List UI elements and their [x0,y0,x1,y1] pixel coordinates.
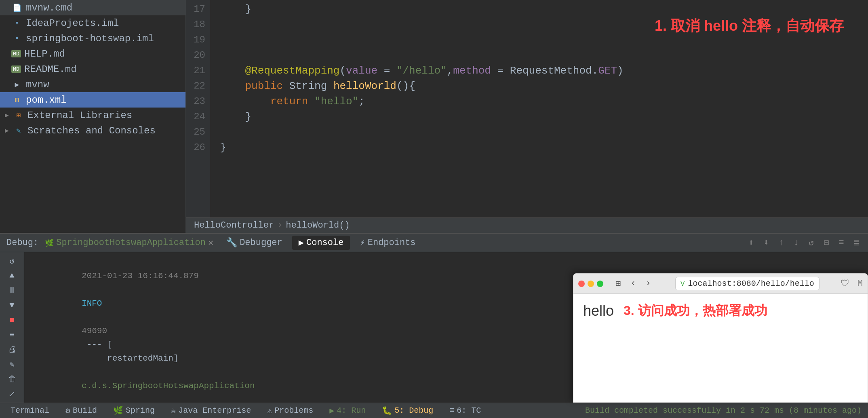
url-favicon: V [680,280,685,288]
code-editor[interactable]: } @RequestMapping(value = "/hello",metho… [210,0,868,217]
status-tab-problems[interactable]: ⚠ Problems [263,405,317,416]
sidebar-item-pom-xml[interactable]: m pom.xml [0,92,185,108]
status-tab-tc[interactable]: ≡ 6: TC [445,405,485,416]
sidebar-label-springboot-iml: springboot-hotswap.iml [26,33,154,44]
sidebar-item-help-md[interactable]: MD HELP.md [0,46,185,61]
iml-icon: ▪ [11,17,23,29]
debug-app-name: 🌿 SpringbootHotswapApplication ✕ [45,237,213,248]
debug-toolbar: ⬆ ⬇ ↑ ↓ ↺ ⊟ ≡ ≣ [746,236,862,249]
line-numbers: 17 18 19 20 21 22 23 24 25 26 [186,0,210,217]
tab-endpoints[interactable]: ⚡ Endpoints [353,236,422,250]
delete-btn[interactable]: 🗑 [4,374,20,385]
code-line-20 [220,48,868,63]
toolbar-icon-1[interactable]: ⬆ [746,236,756,249]
sidebar-label-scratches: Scratches and Consoles [27,125,156,136]
breadcrumb-controller: HelloController [194,220,274,230]
sidebar-item-mvnw[interactable]: ▶ mvnw [0,77,185,92]
browser-toolbar: ⊞ ‹ › V localhost:8080/hello/hello 🛡 M [573,274,868,294]
toolbar-icon-6[interactable]: ⊟ [821,236,831,249]
sidebar-label-external-libraries: External Libraries [27,110,132,121]
breadcrumb-sep: › [277,220,282,230]
code-line-23: return "hello"; [220,94,868,109]
sidebar-item-scratches[interactable]: ▶ ✎ Scratches and Consoles [0,123,185,138]
down-btn[interactable]: ▼ [4,300,20,311]
sidebar-item-idea-iml[interactable]: ▪ IdeaProjects.iml [0,15,185,31]
sidebar: 📄 mvnw.cmd ▪ IdeaProjects.iml ▪ springbo… [0,0,186,233]
restart-btn[interactable]: ↺ [4,255,20,266]
expand-scratches-icon: ▶ [5,127,13,135]
browser-window-controls [578,281,603,287]
close-window-dot[interactable] [578,281,585,287]
list-btn[interactable]: ≡ [4,329,20,340]
sidebar-label-help-md: HELP.md [24,49,65,59]
toolbar-icon-5[interactable]: ↺ [806,236,816,249]
code-line-26: } [220,140,868,155]
debugger-icon: 🔧 [226,237,237,248]
status-tab-spring[interactable]: 🌿 Spring [109,405,159,416]
minimize-window-dot[interactable] [588,281,594,287]
md2-icon: MD [11,65,21,73]
toolbar-icon-8[interactable]: ≣ [851,236,862,249]
status-tab-build[interactable]: ⚙ Build [61,405,101,416]
sidebar-item-external-libraries[interactable]: ▶ ⊞ External Libraries [0,108,185,123]
sidebar-item-mvnw-cmd[interactable]: 📄 mvnw.cmd [0,0,185,15]
breadcrumb: HelloController › helloWorld() [186,217,868,233]
code-line-22: public String helloWorld(){ [220,78,868,94]
main-area: 📄 mvnw.cmd ▪ IdeaProjects.iml ▪ springbo… [0,0,868,233]
expand-libraries-icon: ▶ [5,111,13,119]
md-icon: MD [11,50,21,57]
browser-forward-btn[interactable]: › [642,277,654,290]
code-line-19 [220,32,868,48]
browser-nav: ⊞ ‹ › [612,277,654,291]
sidebar-label-mvnw: mvnw [26,79,49,90]
maximize-window-dot[interactable] [597,281,603,287]
browser-hello-text: hello [583,302,614,319]
sidebar-label-idea-iml: IdeaProjects.iml [26,18,119,29]
up-btn[interactable]: ▲ [4,270,20,281]
annotation-3: 3. 访问成功，热部署成功 [624,302,767,320]
debug-tabs: Debug: 🌿 SpringbootHotswapApplication ✕ … [0,234,868,252]
status-tab-run[interactable]: ▶ 4: Run [325,405,370,416]
browser-menu-icon[interactable]: M [857,279,863,289]
sidebar-item-readme-md[interactable]: MD README.md [0,61,185,77]
scratches-icon: ✎ [13,125,24,136]
status-tab-debug[interactable]: 🐛 5: Debug [378,405,437,416]
sidebar-label-pom-xml: pom.xml [26,95,67,106]
browser-window: ⊞ ‹ › V localhost:8080/hello/hello 🛡 M h… [573,273,868,403]
stop-btn[interactable]: ■ [4,315,20,325]
mvnw-icon: ▶ [11,79,23,90]
iml2-icon: ▪ [11,33,23,44]
browser-url-bar[interactable]: V localhost:8080/hello/hello [675,277,820,290]
tab-debugger[interactable]: 🔧 Debugger [220,236,289,250]
toolbar-icon-4[interactable]: ↓ [791,237,801,249]
app-icon: 🌿 [45,239,54,247]
print-btn[interactable]: 🖨 [4,344,20,355]
breadcrumb-method: helloWorld() [286,220,350,230]
code-line-18 [220,17,868,32]
code-line-21: @RequestMapping(value = "/hello",method … [220,63,868,78]
pause-btn[interactable]: ⏸ [4,285,20,296]
cmd-icon: 📄 [11,2,23,13]
sidebar-label-readme-md: README.md [24,64,77,75]
endpoints-icon: ⚡ [360,237,365,248]
code-line-25 [220,125,868,140]
sidebar-item-springboot-iml[interactable]: ▪ springboot-hotswap.iml [0,31,185,46]
library-icon: ⊞ [13,110,24,121]
status-bar: Terminal ⚙ Build 🌿 Spring ☕ Java Enterpr… [0,403,868,418]
xml-icon: m [11,94,23,106]
toolbar-icon-3[interactable]: ↑ [776,237,786,249]
debug-left-sidebar: ↺ ▲ ⏸ ▼ ■ ≡ 🖨 ✎ 🗑 ⤢ [0,252,24,403]
expand-btn[interactable]: ⤢ [4,388,20,399]
tab-console[interactable]: ▶ Console [292,236,350,250]
toolbar-icon-7[interactable]: ≡ [836,237,847,249]
edit-btn[interactable]: ✎ [4,359,20,370]
browser-sidebar-icon[interactable]: ⊞ [612,277,624,291]
browser-back-btn[interactable]: ‹ [627,277,639,290]
status-tab-java-enterprise[interactable]: ☕ Java Enterprise [167,405,255,416]
toolbar-icon-2[interactable]: ⬇ [761,236,771,249]
close-tab-icon[interactable]: ✕ [208,237,213,248]
browser-content-row: hello 3. 访问成功，热部署成功 [583,302,858,320]
sidebar-label-mvnw-cmd: mvnw.cmd [26,2,72,13]
build-message: Build completed successfully in 2 s 72 m… [585,406,862,415]
status-tab-terminal[interactable]: Terminal [6,405,53,416]
